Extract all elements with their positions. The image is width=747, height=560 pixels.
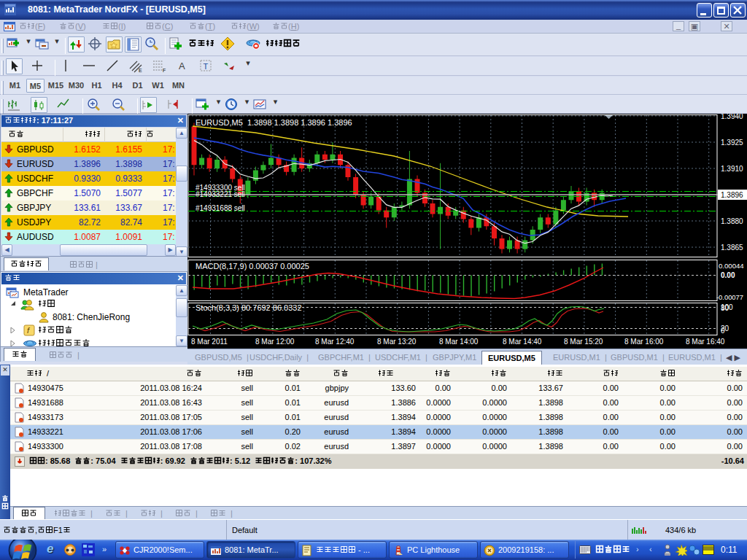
svg-text:8 Mar 16:40: 8 Mar 16:40 (686, 338, 725, 346)
svg-text:8 Mar 13:20: 8 Mar 13:20 (377, 338, 417, 346)
svg-text:E: E (139, 68, 142, 73)
svg-text:8 Mar 14:40: 8 Mar 14:40 (503, 338, 542, 346)
svg-text:1.3910: 1.3910 (721, 165, 743, 173)
svg-text:#14933221 sell: #14933221 sell (196, 190, 245, 198)
svg-text:1.3940: 1.3940 (721, 114, 743, 120)
svg-text:8 Mar 14:00: 8 Mar 14:00 (439, 338, 479, 346)
svg-text:1.3896: 1.3896 (721, 191, 743, 199)
svg-text:1.3880: 1.3880 (721, 217, 743, 225)
svg-text:0.00: 0.00 (721, 271, 735, 279)
svg-text:8 Mar 15:20: 8 Mar 15:20 (564, 338, 603, 346)
svg-text:1.3865: 1.3865 (721, 244, 743, 252)
svg-text:8 Mar 12:00: 8 Mar 12:00 (255, 338, 295, 346)
svg-text:0: 0 (721, 327, 725, 335)
svg-text:T: T (204, 62, 209, 71)
svg-text:#14931688 sell: #14931688 sell (196, 204, 245, 212)
svg-text:-0.00077: -0.00077 (716, 293, 743, 301)
svg-text:Stoch(8,3,3) 80.7692 86.0332: Stoch(8,3,3) 80.7692 86.0332 (196, 303, 302, 312)
svg-text:A: A (179, 61, 185, 71)
svg-text:0.00044: 0.00044 (719, 262, 744, 270)
svg-text:1.3925: 1.3925 (721, 139, 743, 147)
svg-text:F: F (163, 68, 166, 73)
svg-text:80: 80 (721, 304, 729, 312)
svg-text:EURUSD,M5 1.3898 1.3898 1.389: EURUSD,M5 1.3898 1.3898 1.3896 1.3896 (196, 118, 352, 127)
svg-text:8 Mar 2011: 8 Mar 2011 (191, 338, 228, 346)
svg-text:MACD(8,17,9) 0.00037 0.00025: MACD(8,17,9) 0.00037 0.00025 (196, 262, 309, 271)
svg-text:8 Mar 16:00: 8 Mar 16:00 (624, 338, 664, 346)
svg-text:8 Mar 12:40: 8 Mar 12:40 (315, 338, 355, 346)
